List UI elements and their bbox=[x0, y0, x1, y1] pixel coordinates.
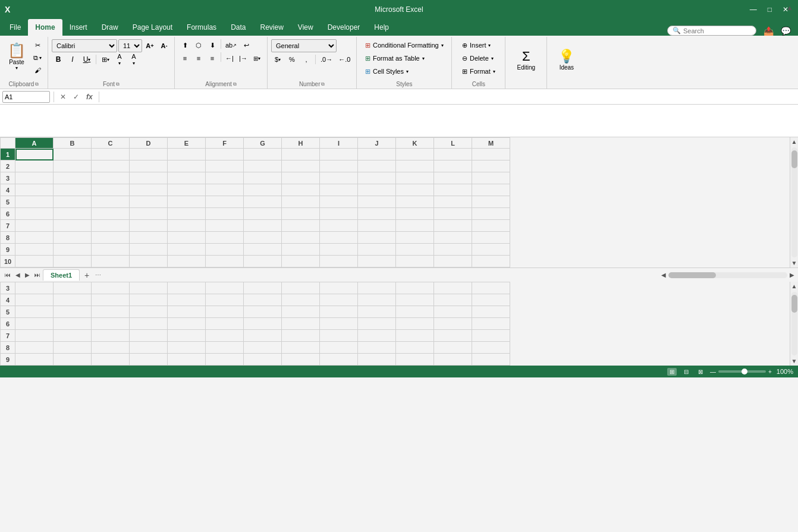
col-header-g[interactable]: G bbox=[244, 138, 282, 149]
cell2-E3[interactable] bbox=[168, 282, 206, 294]
increase-decimal-btn[interactable]: .0→ bbox=[318, 53, 335, 65]
h-scroll-left[interactable]: ◀ bbox=[660, 270, 667, 279]
cell-D8[interactable] bbox=[130, 232, 168, 244]
cell2-L7[interactable] bbox=[434, 330, 472, 342]
cell2-H4[interactable] bbox=[282, 294, 320, 306]
increase-indent-btn[interactable]: |→ bbox=[237, 52, 250, 64]
editing-button[interactable]: Σ Editing bbox=[511, 42, 541, 77]
rotate-text-btn[interactable]: ab↗ bbox=[223, 39, 239, 51]
cancel-formula-btn[interactable]: ✕ bbox=[58, 92, 68, 102]
grid-scroll-area[interactable]: A B C D E F G H I J K L M 12345678910 bbox=[0, 137, 790, 267]
cell-B2[interactable] bbox=[54, 160, 92, 172]
tab-data[interactable]: Data bbox=[224, 19, 253, 36]
h-scroll-right[interactable]: ▶ bbox=[788, 270, 796, 279]
cell-K8[interactable] bbox=[396, 232, 434, 244]
cell-M3[interactable] bbox=[472, 172, 510, 184]
cell2-C5[interactable] bbox=[92, 306, 130, 318]
col-header-h[interactable]: H bbox=[282, 138, 320, 149]
number-format-select[interactable]: General Number Currency Percentage Text bbox=[271, 39, 337, 52]
copy-button[interactable]: ⧉ ▾ bbox=[31, 52, 44, 64]
cell2-K6[interactable] bbox=[396, 318, 434, 330]
cell2-B8[interactable] bbox=[54, 342, 92, 354]
fx-button[interactable]: fx bbox=[84, 92, 95, 102]
cell-M4[interactable] bbox=[472, 184, 510, 196]
cell-I1[interactable] bbox=[320, 149, 358, 160]
cell-A2[interactable] bbox=[15, 160, 54, 172]
sheet-nav-prev[interactable]: ◀ bbox=[13, 270, 23, 279]
col-header-a[interactable]: A bbox=[15, 138, 54, 149]
cell2-F9[interactable] bbox=[206, 354, 244, 366]
cell-B8[interactable] bbox=[54, 232, 92, 244]
cell-L6[interactable] bbox=[434, 208, 472, 220]
row-header-2-9[interactable]: 9 bbox=[1, 354, 15, 366]
cell-E1[interactable] bbox=[168, 149, 206, 160]
confirm-formula-btn[interactable]: ✓ bbox=[71, 92, 81, 102]
cell-G8[interactable] bbox=[244, 232, 282, 244]
currency-btn[interactable]: $▾ bbox=[271, 53, 284, 65]
cell2-L5[interactable] bbox=[434, 306, 472, 318]
cell-M10[interactable] bbox=[472, 256, 510, 267]
cell-A7[interactable] bbox=[15, 220, 54, 232]
cell2-K9[interactable] bbox=[396, 354, 434, 366]
cell-J5[interactable] bbox=[358, 196, 396, 208]
cell2-I9[interactable] bbox=[320, 354, 358, 366]
cell-H4[interactable] bbox=[282, 184, 320, 196]
cell-L9[interactable] bbox=[434, 244, 472, 256]
cell2-G4[interactable] bbox=[244, 294, 282, 306]
percent-btn[interactable]: % bbox=[285, 53, 299, 65]
cell-H1[interactable] bbox=[282, 149, 320, 160]
row-header-9[interactable]: 9 bbox=[1, 244, 15, 256]
cell2-J3[interactable] bbox=[358, 282, 396, 294]
cell2-J6[interactable] bbox=[358, 318, 396, 330]
cell-A1[interactable] bbox=[15, 149, 54, 160]
vertical-scrollbar-2[interactable]: ▲ ▼ bbox=[790, 282, 798, 366]
cell2-B7[interactable] bbox=[54, 330, 92, 342]
page-layout-btn[interactable]: ⊟ bbox=[681, 368, 691, 376]
cell-A3[interactable] bbox=[15, 172, 54, 184]
cell2-D3[interactable] bbox=[130, 282, 168, 294]
cell-D7[interactable] bbox=[130, 220, 168, 232]
cell-F8[interactable] bbox=[206, 232, 244, 244]
col-header-b[interactable]: B bbox=[54, 138, 92, 149]
cell2-G3[interactable] bbox=[244, 282, 282, 294]
cell2-L6[interactable] bbox=[434, 318, 472, 330]
cell-J4[interactable] bbox=[358, 184, 396, 196]
delete-btn[interactable]: ⊖ Delete ▾ bbox=[460, 52, 498, 64]
cell2-C4[interactable] bbox=[92, 294, 130, 306]
cell-L2[interactable] bbox=[434, 160, 472, 172]
tab-file[interactable]: File bbox=[2, 19, 28, 36]
tab-page-layout[interactable]: Page Layout bbox=[125, 19, 180, 36]
scroll-down-btn[interactable]: ▼ bbox=[790, 259, 798, 267]
cell-E3[interactable] bbox=[168, 172, 206, 184]
cell2-A3[interactable] bbox=[15, 282, 54, 294]
cell2-C3[interactable] bbox=[92, 282, 130, 294]
cell2-B3[interactable] bbox=[54, 282, 92, 294]
cell-D10[interactable] bbox=[130, 256, 168, 267]
cell2-H8[interactable] bbox=[282, 342, 320, 354]
cell2-B9[interactable] bbox=[54, 354, 92, 366]
row-header-1[interactable]: 1 bbox=[1, 149, 15, 160]
cell-F2[interactable] bbox=[206, 160, 244, 172]
cell-M5[interactable] bbox=[472, 196, 510, 208]
cell-G2[interactable] bbox=[244, 160, 282, 172]
cell2-D5[interactable] bbox=[130, 306, 168, 318]
cell2-L4[interactable] bbox=[434, 294, 472, 306]
cell2-A8[interactable] bbox=[15, 342, 54, 354]
cell-D1[interactable] bbox=[130, 149, 168, 160]
cell-E9[interactable] bbox=[168, 244, 206, 256]
cell-E10[interactable] bbox=[168, 256, 206, 267]
cell2-A6[interactable] bbox=[15, 318, 54, 330]
row-header-2-8[interactable]: 8 bbox=[1, 342, 15, 354]
cell-C5[interactable] bbox=[92, 196, 130, 208]
cell2-J5[interactable] bbox=[358, 306, 396, 318]
cell-H5[interactable] bbox=[282, 196, 320, 208]
corner-cell[interactable] bbox=[1, 138, 15, 149]
cell-E2[interactable] bbox=[168, 160, 206, 172]
cell2-F3[interactable] bbox=[206, 282, 244, 294]
cell-styles-btn[interactable]: ⊞ Cell Styles ▾ bbox=[363, 65, 446, 77]
insert-btn[interactable]: ⊕ Insert ▾ bbox=[460, 39, 498, 51]
v-scroll-track[interactable] bbox=[791, 147, 797, 257]
cell2-F8[interactable] bbox=[206, 342, 244, 354]
cell-E4[interactable] bbox=[168, 184, 206, 196]
cell-G5[interactable] bbox=[244, 196, 282, 208]
